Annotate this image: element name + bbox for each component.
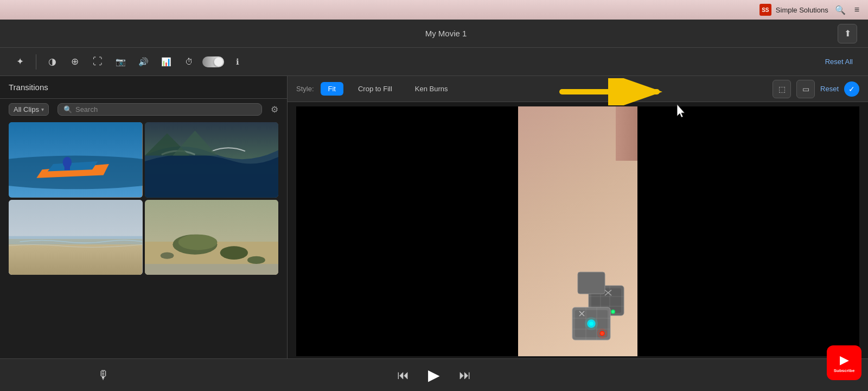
slider-thumb (214, 57, 224, 67)
panel-title: Transitions (9, 83, 48, 92)
arrow-svg (557, 78, 676, 105)
color-balance-slider[interactable] (202, 56, 224, 67)
right-panel: Style: Fit Crop to Fill Ken Burns ⬚ ▭ (288, 76, 868, 358)
video-content-area (518, 106, 637, 356)
clips-header: All Clips ▾ 🔍 ⚙ (0, 99, 287, 120)
frame-wide-icon[interactable]: ⬚ (773, 80, 791, 98)
volume-toolbar-icon[interactable]: 🔊 (134, 53, 152, 71)
style-label: Style: (296, 85, 314, 93)
svg-point-17 (160, 252, 174, 258)
search-bar: 🔍 (58, 103, 262, 116)
panel-header: Transitions (0, 76, 287, 99)
style-reset-button[interactable]: Reset (820, 85, 839, 93)
style-fit-button[interactable]: Fit (321, 82, 343, 96)
palette-icon[interactable]: ⊕ (66, 53, 84, 71)
video-preview-area (296, 106, 859, 356)
svg-point-18 (247, 256, 265, 263)
style-crop-to-fill-button[interactable]: Crop to Fill (350, 81, 400, 96)
rewind-button[interactable]: ⏮ (397, 368, 409, 382)
style-right-controls: ⬚ ▭ Reset ✓ (773, 80, 859, 98)
speed-icon[interactable]: ⏱ (180, 53, 198, 71)
left-panel: Transitions All Clips ▾ 🔍 ⚙ (0, 76, 288, 358)
clips-grid (0, 120, 287, 277)
search-icon: 🔍 (63, 105, 72, 113)
youtube-subscribe-button[interactable]: ▶ Subscribe (827, 345, 861, 380)
clip-selector-label: All Clips (14, 105, 39, 113)
title-bar: My Movie 1 ⬆ (0, 20, 868, 48)
share-button[interactable]: ⬆ (838, 24, 857, 43)
main-content: Transitions All Clips ▾ 🔍 ⚙ (0, 76, 868, 358)
search-input[interactable] (75, 105, 256, 113)
svg-rect-33 (578, 272, 605, 294)
top-bar-icons: 🔍 ≡ (835, 5, 859, 15)
clip-thumb-1[interactable] (9, 122, 143, 198)
clip-thumb-3[interactable] (9, 200, 143, 275)
search-icon[interactable]: 🔍 (835, 5, 846, 15)
play-button[interactable]: ▶ (422, 363, 446, 387)
wall-element (616, 106, 637, 161)
chart-icon[interactable]: 📊 (157, 53, 175, 71)
menu-icon[interactable]: ≡ (854, 5, 859, 15)
svg-rect-19 (145, 264, 279, 275)
svg-point-42 (612, 311, 615, 313)
check-icon: ✓ (848, 85, 855, 93)
brand-area: SS Simple Solutions (760, 4, 828, 16)
panel-settings-icon[interactable]: ⚙ (271, 104, 278, 115)
movie-title: My Movie 1 (425, 29, 467, 38)
clip-selector[interactable]: All Clips ▾ (9, 103, 49, 116)
camera-icon[interactable]: 📷 (111, 53, 130, 71)
top-bar: SS Simple Solutions 🔍 ≡ (0, 0, 868, 20)
magic-wand-icon[interactable]: ✦ (11, 53, 29, 71)
share-icon: ⬆ (844, 28, 851, 39)
svg-point-39 (601, 332, 604, 335)
toolbar-right: Reset All (821, 55, 857, 68)
reset-all-button[interactable]: Reset All (821, 55, 857, 68)
video-black-right (637, 106, 859, 356)
frame-tall-icon[interactable]: ▭ (796, 80, 815, 98)
info-icon[interactable]: ℹ (228, 53, 247, 71)
arrow-annotation (557, 78, 676, 108)
robot-toy-svg (561, 253, 632, 345)
brand-name: Simple Solutions (776, 6, 828, 14)
style-confirm-button[interactable]: ✓ (844, 81, 859, 97)
svg-point-37 (585, 317, 598, 330)
style-row: Style: Fit Crop to Fill Ken Burns ⬚ ▭ (288, 76, 868, 102)
youtube-subscribe-label: Subscribe (834, 368, 855, 373)
microphone-icon[interactable]: 🎙 (98, 368, 110, 382)
clip-thumb-4[interactable] (145, 200, 279, 275)
clip-thumb-2[interactable] (145, 122, 279, 198)
half-circle-icon[interactable]: ◑ (43, 53, 61, 71)
style-ken-burns-button[interactable]: Ken Burns (407, 81, 456, 96)
playback-bar: 🎙 ⏮ ▶ ⏭ ⤢ (0, 358, 868, 391)
chevron-down-icon: ▾ (41, 106, 44, 112)
forward-button[interactable]: ⏭ (459, 368, 471, 382)
toolbar: ✦ ◑ ⊕ ⛶ 📷 🔊 📊 ⏱ ℹ Reset All (0, 48, 868, 76)
svg-point-15 (178, 234, 217, 250)
youtube-play-icon: ▶ (840, 353, 849, 367)
crop-icon[interactable]: ⛶ (88, 53, 107, 71)
toolbar-separator-1 (36, 54, 36, 70)
brand-icon: SS (760, 4, 771, 16)
svg-point-16 (220, 246, 247, 260)
video-black-left (296, 106, 518, 356)
svg-rect-5 (65, 166, 70, 170)
